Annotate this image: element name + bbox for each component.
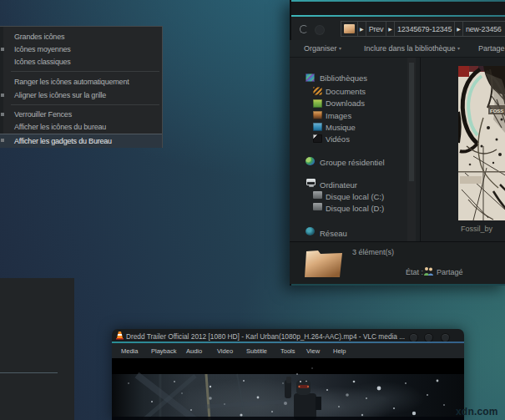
svg-text:FOSS: FOSS [490,109,503,114]
